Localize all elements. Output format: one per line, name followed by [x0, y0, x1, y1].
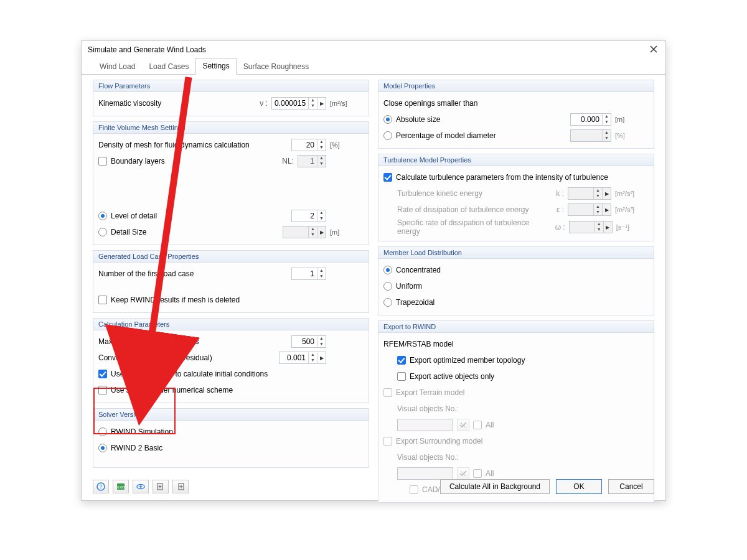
pick-icon[interactable]: [457, 419, 469, 431]
percentage-radio[interactable]: [383, 131, 392, 140]
section-flow-parameters: Flow Parameters Kinematic viscosity ν : …: [93, 80, 369, 116]
unit-label: [m²/s]: [330, 100, 364, 107]
omega-input: ▲▼▶: [569, 221, 613, 233]
units-icon[interactable]: 0.00: [113, 480, 129, 493]
dialog-window: Simulate and Generate Wind Loads Wind Lo…: [81, 40, 666, 501]
tab-wind-load[interactable]: Wind Load: [93, 58, 142, 75]
detail-size-label: Detail Size: [111, 228, 279, 236]
unit-label: [m]: [330, 228, 364, 236]
export-terrain-label: Export Terrain model: [396, 388, 649, 397]
convergence-input[interactable]: ▲▼ ▶: [279, 352, 326, 364]
boundary-layers-label: Boundary layers: [111, 157, 278, 166]
calc-turbulence-label: Calculate turbulence parameters from the…: [396, 173, 649, 182]
export-surrounding-label: Export Surrounding model: [396, 437, 649, 446]
export-profile-icon[interactable]: [153, 480, 169, 493]
active-objects-checkbox[interactable]: [397, 372, 406, 381]
k-symbol: k :: [552, 189, 564, 198]
rfem-rstab-label: RFEM/RSTAB model: [383, 340, 649, 348]
active-objects-label: Export active objects only: [410, 372, 649, 381]
absolute-size-radio[interactable]: [383, 115, 392, 124]
section-header: Turbulence Model Properties: [378, 154, 654, 166]
left-column: Flow Parameters Kinematic viscosity ν : …: [93, 80, 369, 473]
calculate-background-button[interactable]: Calculate All in Background: [440, 479, 550, 494]
section-header: Member Load Distribution: [378, 247, 654, 259]
potential-flow-checkbox[interactable]: [98, 370, 107, 378]
section-header: Generated Load Case Properties: [93, 251, 369, 263]
view-icon[interactable]: [133, 480, 149, 493]
omega-label: Specific rate of dissipation of turbulen…: [397, 218, 549, 236]
level-of-detail-input[interactable]: ▲▼: [291, 210, 326, 222]
mesh-density-label: Density of mesh for fluid dynamics calcu…: [98, 141, 288, 149]
max-iterations-label: Maximum number of iterations: [98, 337, 288, 346]
section-finite-volume-mesh: Finite Volume Mesh Settings Density of m…: [93, 121, 369, 245]
svg-text:?: ?: [99, 483, 102, 490]
cancel-button[interactable]: Cancel: [608, 479, 654, 494]
unit-label: [m²/s³]: [615, 206, 649, 213]
boundary-layers-checkbox[interactable]: [98, 157, 107, 166]
omega-symbol: ω :: [553, 223, 565, 231]
section-header: Calculation Parameters: [93, 319, 369, 330]
eps-input: ▲▼▶: [568, 203, 611, 216]
terrain-all-checkbox[interactable]: [473, 421, 482, 429]
detail-size-input: ▲▼ ▶: [283, 226, 326, 238]
nu-symbol: ν :: [255, 99, 268, 108]
content-area: Flow Parameters Kinematic viscosity ν : …: [82, 75, 665, 473]
terrain-visual-objects-input: [397, 419, 453, 431]
section-calculation-parameters: Calculation Parameters Maximum number of…: [93, 318, 369, 403]
tab-load-cases[interactable]: Load Cases: [142, 58, 195, 75]
svg-point-5: [139, 485, 142, 488]
export-terrain-checkbox[interactable]: [383, 388, 392, 397]
eps-label: Rate of dissipation of turbulence energy: [397, 205, 548, 214]
section-header: Solver Version: [93, 409, 369, 421]
rwind-simulation-radio[interactable]: [98, 427, 107, 436]
section-turbulence-model: Turbulence Model Properties Calculate tu…: [378, 154, 654, 241]
export-surrounding-checkbox[interactable]: [383, 437, 392, 446]
tab-surface-roughness[interactable]: Surface Roughness: [237, 58, 316, 75]
uniform-radio[interactable]: [383, 282, 392, 291]
absolute-size-label: Absolute size: [396, 115, 566, 124]
visual-objects-label-2: Visual objects No.:: [397, 453, 649, 462]
second-order-checkbox[interactable]: [98, 386, 107, 394]
kinematic-viscosity-input[interactable]: ▲▼ ▶: [271, 97, 326, 110]
keep-rwind-results-label: Keep RWIND results if mesh is deleted: [111, 296, 364, 304]
dialog-title: Simulate and Generate Wind Loads: [88, 45, 206, 54]
close-icon[interactable]: [649, 45, 659, 55]
boundary-layers-nl-input: ▲▼: [298, 155, 326, 167]
trapezoidal-label: Trapezoidal: [396, 298, 649, 307]
all-label: All: [486, 421, 494, 429]
section-member-load-distribution: Member Load Distribution Concentrated Un…: [378, 246, 654, 315]
section-header: Flow Parameters: [93, 80, 369, 92]
right-column: Model Properties Close openings smaller …: [378, 80, 654, 473]
section-model-properties: Model Properties Close openings smaller …: [378, 80, 654, 149]
calc-turbulence-checkbox[interactable]: [383, 173, 392, 182]
section-header: Export to RWIND: [378, 321, 654, 333]
first-lc-input[interactable]: ▲▼: [291, 268, 326, 280]
first-lc-label: Number of the first load case: [98, 269, 288, 278]
concentrated-radio[interactable]: [383, 266, 392, 274]
help-icon[interactable]: ?: [93, 480, 109, 493]
potential-flow-label: Use Potential Flow to calculate initial …: [111, 370, 364, 378]
section-generated-load-case: Generated Load Case Properties Number of…: [93, 250, 369, 313]
optimized-topology-checkbox[interactable]: [397, 356, 406, 365]
ok-button[interactable]: OK: [556, 479, 602, 494]
tke-label: Turbulence kinetic energy: [397, 189, 548, 198]
import-profile-icon[interactable]: [172, 480, 189, 493]
titlebar: Simulate and Generate Wind Loads: [82, 41, 665, 58]
keep-rwind-results-checkbox[interactable]: [98, 296, 107, 304]
dialog-footer: ? 0.00 Calculate All in Background OK Ca…: [82, 473, 665, 500]
convergence-label: Convergence criterion (P-residual): [98, 353, 275, 362]
trapezoidal-radio[interactable]: [383, 298, 392, 307]
unit-label: [%]: [615, 132, 649, 139]
level-of-detail-radio[interactable]: [98, 212, 107, 220]
max-iterations-input[interactable]: ▲▼: [291, 335, 326, 348]
mesh-density-input[interactable]: ▲▼: [291, 139, 326, 151]
detail-size-radio[interactable]: [98, 228, 107, 236]
tab-settings[interactable]: Settings: [195, 58, 236, 75]
optimized-topology-label: Export optimized member topology: [410, 356, 649, 365]
section-solver-version: Solver Version RWIND Simulation RWIND 2 …: [93, 408, 369, 468]
unit-label: [%]: [330, 141, 364, 149]
rwind-2-basic-radio[interactable]: [98, 444, 107, 452]
absolute-size-input[interactable]: ▲▼: [570, 113, 611, 126]
tab-bar: Wind Load Load Cases Settings Surface Ro…: [82, 58, 665, 75]
unit-label: [m²/s²]: [615, 190, 649, 197]
